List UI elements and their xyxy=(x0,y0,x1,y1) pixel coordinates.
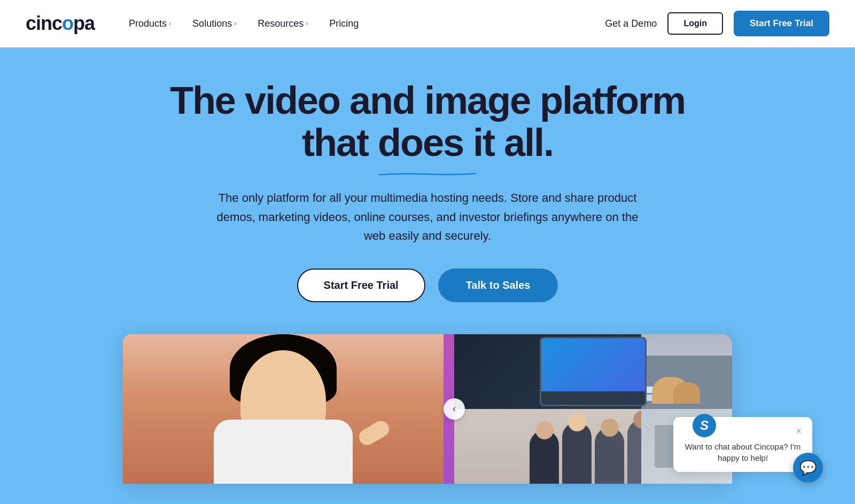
hero-title-line2: that does it all. xyxy=(302,121,553,164)
get-demo-label: Get a Demo xyxy=(605,18,657,29)
talk-to-sales-button[interactable]: Talk to Sales xyxy=(438,269,558,302)
hero-section: The video and image platform that does i… xyxy=(0,48,855,504)
nav-pricing-label: Pricing xyxy=(329,18,359,29)
chat-brand-icon: S xyxy=(693,414,716,437)
chat-bubble-button[interactable]: 💬 xyxy=(793,453,823,483)
presenter-area xyxy=(123,334,444,484)
logo-text-cinc: cinc xyxy=(26,12,62,34)
title-underline xyxy=(326,168,529,171)
chat-brand-letter: S xyxy=(700,418,709,433)
chat-popup: S × Want to chat about Cincopa? I'm happ… xyxy=(673,417,812,472)
nav-pricing[interactable]: Pricing xyxy=(321,14,367,34)
nav-products[interactable]: Products › xyxy=(120,14,180,34)
close-icon[interactable]: × xyxy=(796,426,802,437)
hero-product-screenshot: ⦿ REC xyxy=(123,334,732,484)
chevron-down-icon: › xyxy=(234,20,236,27)
hero-subtitle: The only platform for all your multimedi… xyxy=(208,188,647,245)
hero-title-line1: The video and image platform xyxy=(170,79,685,122)
nav-solutions-label: Solutions xyxy=(192,18,232,29)
nav-right: Get a Demo Login Start Free Trial xyxy=(605,11,829,36)
chat-message: Want to chat about Cincopa? I'm happy to… xyxy=(684,441,802,463)
hero-title: The video and image platform that does i… xyxy=(134,80,721,164)
nav-links: Products › Solutions › Resources › Prici… xyxy=(120,14,605,34)
start-free-trial-nav-button[interactable]: Start Free Trial xyxy=(734,11,829,36)
login-button[interactable]: Login xyxy=(667,12,723,35)
chat-bubble-icon: 💬 xyxy=(799,460,817,476)
get-demo-link[interactable]: Get a Demo xyxy=(605,18,657,29)
logo-dot-o: o xyxy=(62,12,73,34)
screenshot-content: ⦿ REC xyxy=(123,334,732,484)
nav-resources[interactable]: Resources › xyxy=(249,14,316,34)
chevron-down-icon: › xyxy=(169,20,171,27)
logo[interactable]: cincopa xyxy=(26,12,95,35)
navbar: cincopa Products › Solutions › Resources… xyxy=(0,0,855,48)
carousel-prev-button[interactable]: ‹ xyxy=(444,398,465,420)
nav-products-label: Products xyxy=(129,18,167,29)
chevron-down-icon: › xyxy=(306,20,308,27)
hero-cta-buttons: Start Free Trial Talk to Sales xyxy=(26,269,829,302)
nav-resources-label: Resources xyxy=(258,18,304,29)
nav-solutions[interactable]: Solutions › xyxy=(184,14,245,34)
start-free-trial-hero-button[interactable]: Start Free Trial xyxy=(297,269,425,302)
logo-text-pa: pa xyxy=(73,12,95,34)
